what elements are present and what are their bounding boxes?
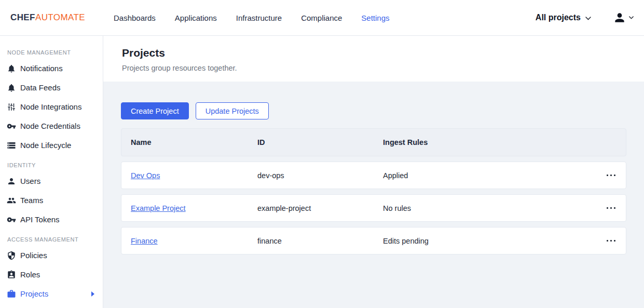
ellipsis-icon — [607, 240, 616, 242]
projects-toolbar: Create Project Update Projects — [121, 102, 626, 119]
projects-filter-dropdown[interactable]: All projects — [536, 13, 591, 22]
table-row: Finance finance Edits pending — [121, 227, 626, 255]
update-projects-button[interactable]: Update Projects — [196, 102, 269, 119]
person-icon — [7, 177, 16, 186]
logo-chef-text: CHEF — [10, 12, 35, 22]
page-subtitle: Projects group resources together. — [122, 64, 644, 72]
settings-sidebar: NODE MANAGEMENT Notifications Data Feeds… — [0, 36, 103, 308]
nav-settings[interactable]: Settings — [361, 14, 389, 22]
sidebar-section-access-management: ACCESS MANAGEMENT — [0, 229, 103, 246]
ellipsis-icon — [607, 175, 616, 177]
create-project-button[interactable]: Create Project — [121, 102, 189, 119]
key-icon — [7, 215, 16, 224]
main-content: Projects Projects group resources togeth… — [103, 36, 644, 308]
project-id: finance — [257, 237, 383, 245]
top-navigation: Dashboards Applications Infrastructure C… — [114, 14, 390, 22]
table-header-row: Name ID Ingest Rules — [121, 128, 626, 156]
storage-icon — [7, 141, 16, 150]
table-row: Example Project example-project No rules — [121, 194, 626, 222]
sidebar-item-label: API Tokens — [20, 215, 60, 224]
badge-icon — [7, 270, 16, 279]
sidebar-item-data-feeds[interactable]: Data Feeds — [0, 78, 103, 97]
sidebar-item-label: Node Credentials — [20, 122, 80, 130]
sidebar-item-label: Users — [20, 177, 40, 185]
project-ingest-rules: Applied — [383, 171, 602, 180]
project-link[interactable]: Finance — [131, 237, 158, 245]
nav-compliance[interactable]: Compliance — [301, 14, 342, 22]
sidebar-section-identity: IDENTITY — [0, 155, 103, 171]
sidebar-item-label: Projects — [20, 289, 48, 298]
project-ingest-rules: No rules — [383, 204, 602, 212]
sliders-icon — [7, 102, 16, 112]
briefcase-icon — [7, 289, 16, 299]
page-title: Projects — [122, 47, 644, 59]
top-bar-right: All projects — [536, 11, 634, 24]
row-menu-button[interactable] — [606, 171, 617, 180]
sidebar-item-node-lifecycle[interactable]: Node Lifecycle — [0, 136, 103, 155]
key-icon — [7, 122, 16, 131]
project-ingest-rules: Edits pending — [383, 237, 602, 245]
project-id: example-project — [257, 204, 383, 212]
project-link[interactable]: Dev Ops — [131, 171, 160, 180]
nav-dashboards[interactable]: Dashboards — [114, 14, 156, 22]
sidebar-item-policies[interactable]: Policies — [0, 246, 103, 265]
chevron-down-icon — [585, 17, 591, 20]
ellipsis-icon — [607, 207, 616, 209]
sidebar-item-label: Teams — [20, 196, 43, 205]
sidebar-item-label: Data Feeds — [20, 83, 61, 92]
column-header-ingest-rules: Ingest Rules — [383, 138, 602, 146]
sidebar-item-teams[interactable]: Teams — [0, 191, 103, 210]
row-menu-button[interactable] — [606, 204, 617, 212]
chef-automate-logo[interactable]: CHEFAUTOMATE — [10, 12, 85, 23]
projects-table: Name ID Ingest Rules Dev Ops dev-ops App… — [121, 128, 626, 255]
user-menu[interactable] — [613, 11, 634, 24]
logo-automate-text: AUTOMATE — [35, 12, 85, 22]
content-area: Create Project Update Projects Name ID I… — [103, 82, 644, 308]
sidebar-item-api-tokens[interactable]: API Tokens — [0, 210, 103, 229]
sidebar-item-label: Notifications — [20, 64, 63, 73]
people-icon — [7, 196, 16, 205]
column-header-name: Name — [131, 138, 257, 146]
row-menu-button[interactable] — [606, 237, 617, 245]
page-header: Projects Projects group resources togeth… — [103, 36, 644, 82]
chevron-down-icon — [629, 16, 634, 19]
sidebar-item-label: Node Lifecycle — [20, 141, 71, 150]
sidebar-item-label: Node Integrations — [20, 102, 81, 111]
sidebar-item-notifications[interactable]: Notifications — [0, 59, 103, 78]
sidebar-item-projects[interactable]: Projects — [0, 284, 103, 303]
nav-infrastructure[interactable]: Infrastructure — [236, 14, 282, 22]
project-link[interactable]: Example Project — [131, 204, 186, 212]
top-bar: CHEFAUTOMATE Dashboards Applications Inf… — [0, 0, 644, 36]
sidebar-item-users[interactable]: Users — [0, 171, 103, 191]
project-id: dev-ops — [257, 171, 383, 180]
projects-filter-label: All projects — [536, 13, 581, 22]
sidebar-item-label: Roles — [20, 270, 40, 279]
user-avatar-icon — [613, 11, 626, 24]
table-row: Dev Ops dev-ops Applied — [121, 162, 626, 189]
sidebar-item-node-credentials[interactable]: Node Credentials — [0, 116, 103, 136]
sidebar-item-node-integrations[interactable]: Node Integrations — [0, 97, 103, 116]
bell-icon — [7, 64, 16, 73]
column-header-id: ID — [257, 138, 383, 146]
shield-icon — [7, 251, 16, 260]
sidebar-item-label: Policies — [20, 251, 47, 260]
bell-icon — [7, 83, 16, 92]
chevron-right-icon[interactable] — [91, 291, 94, 297]
sidebar-section-node-management: NODE MANAGEMENT — [0, 43, 103, 59]
sidebar-item-roles[interactable]: Roles — [0, 265, 103, 284]
nav-applications[interactable]: Applications — [175, 14, 217, 22]
